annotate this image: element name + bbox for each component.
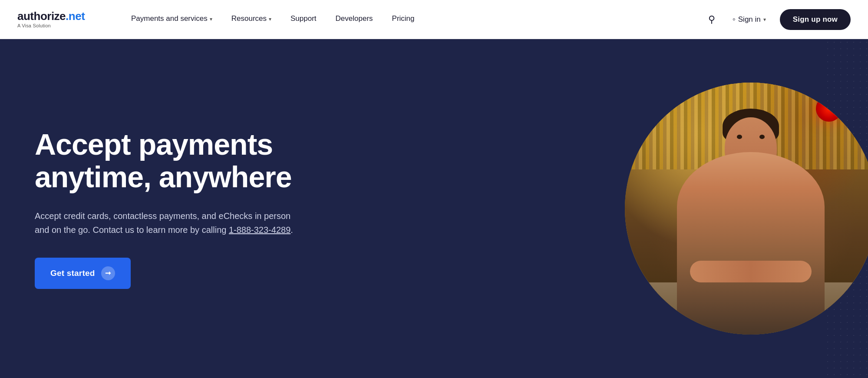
nav-right: ⚲ ◦ Sign in ▾ Sign up now: [705, 9, 851, 30]
nav-payments-label: Payments and services: [131, 14, 208, 23]
navbar: authorize.net A Visa Solution Payments a…: [0, 0, 868, 39]
hero-title: Accept payments anytime, anywhere: [35, 128, 321, 193]
chevron-down-icon: ▾: [210, 16, 212, 22]
signin-button[interactable]: ◦ Sign in ▾: [727, 11, 771, 28]
nav-support-label: Support: [290, 14, 317, 23]
search-button[interactable]: ⚲: [705, 10, 719, 29]
nav-item-payments[interactable]: Payments and services ▾: [122, 0, 222, 39]
nav-item-developers[interactable]: Developers: [326, 0, 383, 39]
chevron-down-icon: ▾: [269, 16, 271, 22]
nav-item-support[interactable]: Support: [281, 0, 326, 39]
logo-name-part1: authorize: [17, 10, 66, 23]
hero-phone-link[interactable]: 1-888-323-4289: [229, 225, 290, 235]
red-lamp-decoration: [816, 96, 842, 122]
chevron-down-icon: ▾: [763, 17, 766, 23]
nav-item-pricing[interactable]: Pricing: [383, 0, 424, 39]
arrow-right-icon: ➞: [101, 266, 115, 280]
logo-tagline: A Visa Solution: [17, 23, 96, 28]
logo-dot: .: [66, 10, 69, 23]
search-icon: ⚲: [708, 14, 715, 25]
user-icon: ◦: [733, 14, 736, 24]
hero-section: Accept payments anytime, anywhere Accept…: [0, 39, 868, 378]
nav-links: Payments and services ▾ Resources ▾ Supp…: [122, 0, 705, 39]
hero-image: [625, 83, 868, 335]
hero-description: Accept credit cards, contactless payment…: [35, 209, 295, 237]
logo[interactable]: authorize.net A Visa Solution: [17, 10, 96, 28]
hero-circle-image: [625, 83, 868, 335]
nav-resources-label: Resources: [231, 14, 267, 23]
get-started-label: Get started: [50, 269, 95, 278]
nav-developers-label: Developers: [336, 14, 373, 23]
get-started-button[interactable]: Get started ➞: [35, 258, 131, 289]
logo-name-part2: net: [69, 10, 85, 23]
hero-desc-text2: .: [290, 225, 293, 235]
signin-label: Sign in: [738, 15, 761, 24]
person-body: [677, 152, 825, 335]
signup-button[interactable]: Sign up now: [780, 9, 851, 30]
logo-text: authorize.net: [17, 10, 96, 22]
nav-item-resources[interactable]: Resources ▾: [222, 0, 281, 39]
hero-content: Accept payments anytime, anywhere Accept…: [35, 128, 339, 289]
nav-pricing-label: Pricing: [392, 14, 415, 23]
